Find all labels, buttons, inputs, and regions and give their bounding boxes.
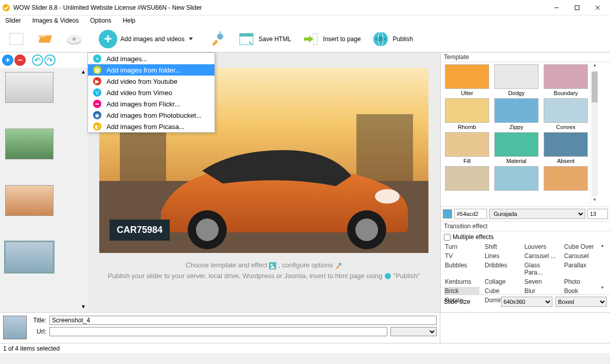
settings-button[interactable]: [204, 28, 231, 50]
menu-images-videos[interactable]: Images & Videos: [30, 17, 81, 24]
template-scrollbar[interactable]: ▴ ▾: [590, 62, 599, 206]
minimize-button[interactable]: [546, 2, 567, 14]
svg-point-9: [73, 38, 76, 41]
title-input[interactable]: [49, 316, 437, 325]
maximize-button[interactable]: [567, 2, 587, 14]
effect-item[interactable]: Carousel ...: [523, 252, 559, 260]
template-name: Absent: [557, 158, 575, 164]
template-preview-icon: [445, 64, 489, 89]
effect-item[interactable]: Kenburns: [444, 278, 479, 286]
save-button[interactable]: [61, 28, 87, 50]
effect-item[interactable]: Shift: [483, 243, 519, 251]
slide-caption: CAR75984: [110, 220, 170, 241]
add-slide-button[interactable]: +: [2, 54, 13, 66]
svg-point-27: [271, 264, 273, 266]
template-name: Rhomb: [458, 124, 476, 130]
template-grid: UtterDodgyBoundaryRhombZippyConvexFillMa…: [441, 62, 590, 206]
add-images-videos-button[interactable]: + Add images and videos: [95, 28, 197, 50]
effect-item[interactable]: Seven: [523, 278, 559, 286]
template-item[interactable]: Dodgy: [493, 64, 540, 96]
svg-rect-14: [313, 33, 317, 45]
effect-item[interactable]: Collage: [483, 278, 519, 286]
template-item[interactable]: Zippy: [493, 98, 540, 130]
new-slider-button[interactable]: [3, 28, 30, 50]
transition-section-label: Transition effect: [441, 222, 610, 231]
dropdown-item[interactable]: +Add images...: [88, 53, 214, 64]
effect-item[interactable]: TV: [444, 252, 479, 260]
rotate-left-button[interactable]: ↶: [32, 54, 43, 66]
toolbar: + Add images and videos Save HTML Insert…: [0, 26, 610, 52]
url-target-select[interactable]: [390, 327, 437, 336]
thumbnail-1[interactable]: [5, 72, 53, 103]
menu-help[interactable]: Help: [121, 17, 138, 24]
scroll-up-icon[interactable]: ▴: [599, 243, 607, 252]
template-item[interactable]: Material: [493, 132, 540, 164]
svg-point-25: [375, 189, 400, 204]
add-images-label: Add images and videos: [120, 35, 185, 43]
save-html-icon: [237, 30, 256, 48]
scroll-up-icon[interactable]: ▴: [79, 68, 87, 77]
url-label: Url:: [31, 328, 46, 335]
template-item[interactable]: Utter: [444, 64, 490, 96]
effect-item[interactable]: Photo: [563, 278, 599, 286]
effect-item[interactable]: Bubbles: [444, 261, 479, 277]
menu-slider[interactable]: Slider: [3, 17, 23, 24]
dropdown-item[interactable]: ◐Add images from Picasa...: [88, 121, 214, 132]
dropdown-item[interactable]: ▦Add images from folder...: [88, 64, 214, 76]
open-button[interactable]: [32, 28, 59, 50]
color-input[interactable]: [454, 209, 487, 219]
effect-item[interactable]: Parallax: [563, 261, 599, 277]
template-preview-icon: [544, 166, 588, 191]
template-name: Material: [506, 158, 526, 164]
effects-scrollbar[interactable]: ▴ ▾: [599, 243, 607, 294]
template-item[interactable]: Fill: [444, 132, 490, 164]
template-item[interactable]: Boundary: [543, 64, 589, 96]
multiple-effects-checkbox[interactable]: Multiple effects: [444, 233, 607, 241]
scroll-down-icon[interactable]: ▾: [590, 197, 599, 206]
font-select[interactable]: Gurajada: [489, 209, 585, 219]
remove-slide-button[interactable]: −: [14, 54, 26, 66]
effect-item[interactable]: Glass Para...: [523, 261, 559, 277]
scroll-down-icon[interactable]: ▾: [599, 285, 607, 294]
thumbnail-2[interactable]: [5, 129, 53, 159]
effect-item[interactable]: Turn: [444, 243, 479, 251]
font-size-input[interactable]: [587, 209, 608, 219]
effect-item[interactable]: Cube Over: [563, 243, 599, 251]
thumbnail-list: [0, 68, 79, 312]
svg-rect-5: [10, 33, 23, 45]
template-item[interactable]: Rhomb: [444, 98, 490, 130]
dropdown-item[interactable]: ••Add images from Flickr...: [88, 98, 214, 110]
options-hint-icon: [335, 262, 342, 269]
menu-options[interactable]: Options: [88, 17, 113, 24]
close-button[interactable]: [587, 2, 608, 14]
effect-item[interactable]: Lines: [483, 252, 519, 260]
color-swatch[interactable]: [443, 209, 452, 219]
effect-item[interactable]: Dribbles: [483, 261, 519, 277]
layout-select[interactable]: Boxed: [555, 297, 607, 307]
chevron-down-icon[interactable]: [189, 38, 193, 40]
template-item[interactable]: [493, 166, 540, 192]
slide-size-select[interactable]: 640x360: [501, 297, 552, 307]
dropdown-item[interactable]: ▶Add video from Youtube: [88, 76, 214, 87]
thumb-scrollbar[interactable]: ▴ ▾: [79, 68, 87, 312]
rotate-right-button[interactable]: ↷: [44, 54, 56, 66]
insert-to-page-button[interactable]: Insert to page: [297, 28, 365, 50]
template-item[interactable]: [444, 166, 490, 192]
save-html-button[interactable]: Save HTML: [233, 28, 295, 50]
dropdown-item[interactable]: VAdd video from Vimeo: [88, 87, 214, 98]
thumbnail-3[interactable]: [5, 185, 53, 216]
thumbnail-4[interactable]: [5, 242, 53, 272]
dropdown-item[interactable]: ◉Add images from Photobucket...: [88, 110, 214, 121]
template-item[interactable]: Convex: [543, 98, 589, 130]
svg-point-24: [355, 219, 378, 241]
slide-size-label: Slide size: [444, 298, 498, 305]
template-item[interactable]: [543, 166, 589, 192]
url-input[interactable]: [49, 327, 387, 336]
scroll-down-icon[interactable]: ▾: [79, 303, 87, 312]
template-item[interactable]: Absent: [543, 132, 589, 164]
scroll-up-icon[interactable]: ▴: [590, 62, 599, 71]
slide-thumbnail-small: [3, 316, 27, 339]
publish-button[interactable]: Publish: [367, 28, 417, 50]
effect-item[interactable]: Carousel: [563, 252, 599, 260]
effect-item[interactable]: Louvers: [523, 243, 559, 251]
